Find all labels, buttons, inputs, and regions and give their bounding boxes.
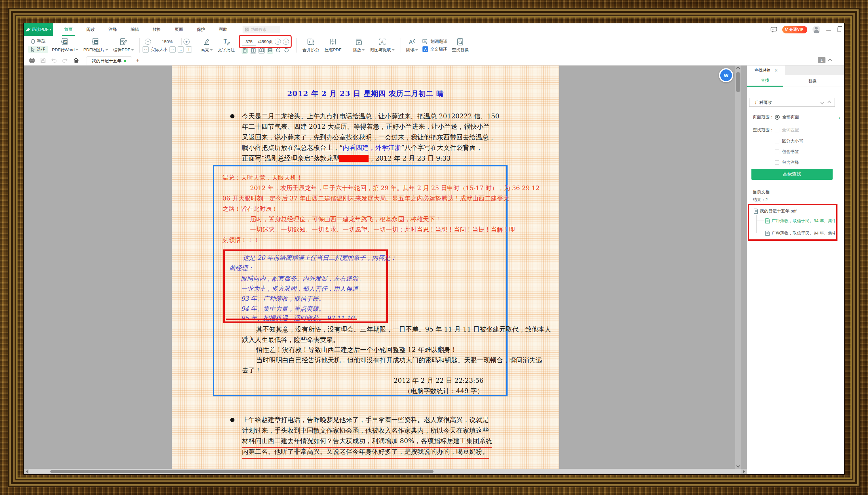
compress-pdf-label: 压缩PDF (324, 47, 341, 53)
rotate-counterclockwise-icon[interactable] (283, 47, 289, 53)
menu-tab-convert[interactable]: 转换 (146, 23, 168, 36)
full-translate-button[interactable]: A 全文翻译 (423, 46, 447, 52)
minimize-button[interactable]: — (825, 27, 832, 32)
note-line: 一业为主，多方巩固，知人善任，用人得道。 (241, 285, 364, 292)
capture-extract-label: 截图与提取 (370, 47, 391, 52)
compress-pdf-button[interactable]: 压缩PDF (322, 37, 344, 53)
text-annotation-button[interactable]: T 文字批注 (215, 37, 238, 53)
horizontal-scrollbar-thumb[interactable] (50, 470, 433, 473)
vertical-scrollbar-thumb[interactable] (736, 72, 740, 92)
horizontal-scrollbar[interactable] (24, 469, 747, 474)
two-page-view-button[interactable] (250, 47, 256, 53)
user-avatar[interactable] (813, 25, 820, 33)
highlight-button[interactable]: 高亮 (198, 37, 215, 53)
floating-word-convert-button[interactable]: W (719, 68, 733, 82)
diary-title: 2012 年 2 月 23 日 星期四 农历二月初二 晴 (172, 89, 559, 99)
tab-replace[interactable]: 替换 (795, 75, 830, 87)
fit-width-button[interactable]: ‥ (178, 46, 184, 53)
single-page-view-button[interactable] (242, 47, 248, 53)
whole-word-checkbox[interactable] (775, 128, 779, 132)
red-text-line: 届时，置身总经理位，可保山西二建龙年腾飞，根基永固，称雄天下！ (250, 215, 441, 223)
app-logo-menu[interactable]: 迅读PDF ▾ (24, 23, 53, 36)
find-input[interactable] (750, 100, 821, 105)
pdf-to-word-button[interactable]: W PDF转Word (49, 37, 81, 53)
search-result-item[interactable]: 广种薄收，取信于民。94 年、集中力: (765, 218, 835, 224)
all-pages-radio[interactable] (775, 115, 780, 120)
next-page-button[interactable]: › (283, 39, 289, 45)
actual-size-label[interactable]: 实际大小 (151, 47, 167, 53)
zoom-level-input[interactable] (153, 38, 181, 45)
find-input-box[interactable] (749, 98, 835, 107)
menu-tab-home[interactable]: 首页 (58, 23, 80, 36)
merge-split-button[interactable]: 合并拆分 (300, 37, 322, 53)
menu-tab-edit[interactable]: 编辑 (124, 23, 146, 36)
document-tab[interactable]: 我的日记十五年 (86, 56, 132, 65)
current-page-input[interactable] (242, 38, 256, 46)
advanced-find-button[interactable]: 高级查找 (751, 169, 833, 180)
pdf-page: 2012 年 2 月 23 日 星期四 农历二月初二 晴 今天是二月二龙抬头。上… (172, 66, 559, 469)
vertical-scrollbar[interactable] (735, 66, 741, 469)
menu-tab-protect[interactable]: 保护 (190, 23, 212, 36)
expand-range-icon[interactable]: › (839, 115, 840, 120)
highlighter-icon (203, 38, 210, 46)
panel-title-tab[interactable]: 查找替换 ✕ (747, 66, 785, 75)
svg-text:A: A (409, 39, 413, 46)
result-file-row[interactable]: 我的日记十五年.pdf (754, 208, 834, 214)
include-comments-checkbox[interactable] (775, 160, 779, 165)
text-annotation-label: 文字批注 (218, 47, 235, 53)
fit-page-button[interactable]: ⁘ (169, 46, 176, 53)
menu-tab-read[interactable]: 阅读 (80, 23, 102, 36)
function-search-placeholder: 功能搜索 (251, 27, 267, 32)
redo-button[interactable] (61, 57, 69, 64)
word-translate-button[interactable]: A 划词翻译 (423, 39, 447, 45)
continuous-view-button[interactable] (267, 47, 273, 53)
page-indicator-badge: 1 (818, 57, 825, 63)
find-next-icon[interactable] (828, 101, 831, 104)
previous-page-button[interactable]: ‹ (275, 39, 281, 45)
new-tab-button[interactable]: + (136, 57, 139, 64)
find-previous-icon[interactable] (820, 101, 824, 104)
actual-size-icon[interactable]: 1:1 (143, 46, 149, 53)
include-comments-label: 包含注释 (782, 159, 799, 166)
play-button[interactable]: 播放 (350, 37, 367, 53)
pdf-to-image-button[interactable]: PDF转图片 (81, 37, 111, 53)
select-tool-button[interactable]: 选择 (28, 46, 48, 53)
panel-close-icon[interactable]: ✕ (774, 68, 778, 73)
scroll-right-button[interactable] (741, 469, 747, 474)
scroll-down-button[interactable] (735, 463, 741, 469)
document-viewport[interactable]: 2012 年 2 月 23 日 星期四 农历二月初二 晴 今天是二月二龙抬头。上… (24, 66, 747, 474)
rotate-clockwise-icon[interactable] (275, 47, 281, 53)
home-button[interactable] (72, 57, 80, 64)
fit-text-button[interactable]: T (186, 46, 192, 53)
all-pages-label: 全部页面 (782, 114, 799, 120)
undo-button[interactable] (50, 57, 58, 64)
zoom-in-button[interactable]: + (183, 39, 190, 45)
scroll-up-button[interactable] (735, 66, 741, 71)
edit-pdf-button[interactable]: 编辑PDF (111, 37, 136, 53)
book-view-button[interactable] (259, 47, 265, 53)
collapse-toolbar-icon[interactable] (828, 58, 832, 62)
function-search-box[interactable]: 功能搜索 (243, 25, 280, 33)
find-replace-button[interactable]: 查找替换 (449, 37, 471, 53)
menu-tab-annotate[interactable]: 注释 (102, 23, 124, 36)
include-bookmarks-checkbox[interactable] (775, 150, 779, 154)
menubar-right: V 开通VIP — (771, 25, 844, 33)
menu-tab-help[interactable]: 帮助 (212, 23, 234, 36)
print-button[interactable] (28, 57, 36, 64)
red-annotation-box-results: 我的日记十五年.pdf 广种薄收，取信于民。94 年、集中力: 广种薄收，取信于… (748, 204, 837, 241)
scroll-left-button[interactable] (24, 469, 29, 474)
include-bookmarks-label: 包含书签 (782, 149, 799, 155)
open-vip-button[interactable]: V 开通VIP (782, 26, 807, 33)
zoom-out-button[interactable]: − (145, 39, 151, 45)
tab-find[interactable]: 查找 (747, 75, 783, 87)
capture-extract-button[interactable]: A 截图与提取 (367, 37, 397, 53)
match-case-checkbox[interactable] (775, 139, 779, 143)
hand-tool-button[interactable]: 手型 (28, 38, 48, 45)
feedback-bubble-icon[interactable] (771, 27, 777, 32)
read-aloud-button[interactable]: A 朗读 (403, 37, 421, 53)
maximize-button[interactable] (837, 28, 841, 32)
save-button[interactable] (39, 57, 47, 64)
search-result-item[interactable]: 广种薄收，取信于民。94 年、集中力: (765, 230, 835, 236)
svg-text:A: A (381, 39, 383, 44)
menu-tab-page[interactable]: 页面 (168, 23, 190, 36)
